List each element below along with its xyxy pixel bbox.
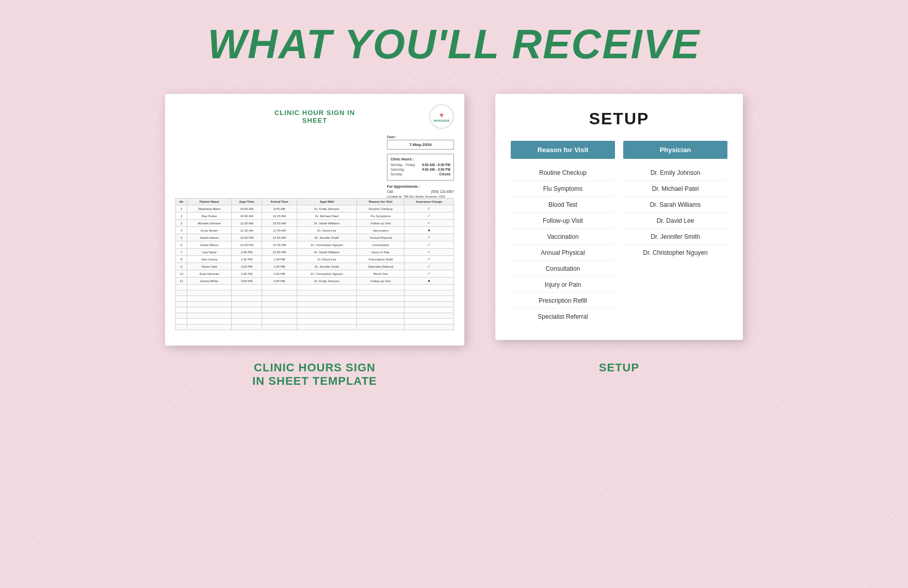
table-cell: Annual Physical bbox=[357, 234, 404, 241]
table-cell: Specialist Referral bbox=[357, 263, 404, 270]
hours-day-2: Saturday: bbox=[391, 168, 405, 171]
table-row: 11Emma White3:00 PM3:05 PMDr. Emily John… bbox=[176, 277, 454, 285]
left-card: CLINIC HOUR SIGN IN SHEET ♥ WARDIERE Dat… bbox=[165, 94, 464, 346]
table-cell: Alex Garcia bbox=[187, 256, 232, 263]
table-cell: 6 bbox=[176, 241, 187, 249]
table-cell: 1 bbox=[176, 205, 187, 213]
setup-title: SETUP bbox=[511, 109, 727, 128]
table-row: 10Ryan Martinez2:30 PM2:30 PMDr. Christo… bbox=[176, 270, 454, 277]
table-cell: Injury or Pain bbox=[357, 249, 404, 256]
table-cell: Emma White bbox=[187, 277, 232, 285]
table-cell: 1:30 PM bbox=[232, 256, 262, 263]
col-no: No bbox=[176, 199, 187, 205]
table-row-empty bbox=[176, 302, 454, 307]
appointments-section: For Appointments : Call: (555) 123-4567 … bbox=[387, 185, 454, 198]
physicians-list: Dr. Emily JohnsonDr. Michael PatelDr. Sa… bbox=[623, 165, 727, 260]
table-cell: 11 bbox=[176, 277, 187, 285]
table-cell: ✓ bbox=[404, 256, 454, 263]
table-cell: 9 bbox=[176, 263, 187, 270]
hours-time-2: 9:00 AM - 3:00 PM bbox=[422, 168, 450, 171]
table-cell: Dr. Christopher Nguyen bbox=[297, 241, 356, 249]
table-cell: 1:28 PM bbox=[262, 256, 297, 263]
logo: ♥ WARDIERE bbox=[429, 104, 454, 129]
hours-row-2: Saturday: 9:00 AM - 3:00 PM bbox=[391, 168, 450, 171]
table-row: 9Olivia Clark2:00 PM1:55 PMDr. Jennifer … bbox=[176, 263, 454, 270]
table-cell: ✓ bbox=[404, 213, 454, 220]
table-cell: Routine Checkup bbox=[357, 205, 404, 213]
location-value: 789 Elm Street, Anytown, USA bbox=[403, 195, 445, 198]
physician-item: Dr. Emily Johnson bbox=[623, 165, 727, 181]
clinic-hours-box: Clinic Hours : Monday - Friday: 8:00 AM … bbox=[387, 154, 454, 181]
table-cell: Olivia Clark bbox=[187, 263, 232, 270]
table-cell: 2:30 PM bbox=[262, 270, 297, 277]
table-cell: David Wilson bbox=[187, 241, 232, 249]
table-cell: 10:00 AM bbox=[232, 205, 262, 213]
table-row-empty bbox=[176, 296, 454, 302]
table-cell: ✓ bbox=[404, 263, 454, 270]
table-cell: 12:55 PM bbox=[262, 249, 297, 256]
table-cell: Dr. Jennifer Smith bbox=[297, 234, 356, 241]
left-bottom-section: Date: 7-May-2024 Clinic Hours : Monday -… bbox=[175, 135, 454, 335]
table-cell: Dr. Emily Johnson bbox=[297, 205, 356, 213]
table-cell: ✓ bbox=[404, 270, 454, 277]
sheet-title: CLINIC HOUR SIGN IN SHEET bbox=[268, 109, 361, 124]
reason-item: Blood Test bbox=[511, 197, 615, 213]
hours-day-3: Sunday: bbox=[391, 172, 403, 176]
reason-item: Follow-up Visit bbox=[511, 213, 615, 229]
table-cell: Sarah Adams bbox=[187, 234, 232, 241]
reason-item: Annual Physical bbox=[511, 245, 615, 261]
reasons-header: Reason for Visit bbox=[511, 141, 615, 159]
physician-item: Dr. Michael Patel bbox=[623, 181, 727, 197]
table-cell: 12:30 PM bbox=[232, 241, 262, 249]
table-cell: Dr. Michael Patel bbox=[297, 213, 356, 220]
table-row-empty bbox=[176, 324, 454, 330]
table-cell: 4 bbox=[176, 227, 187, 234]
table-cell: Dr. David Lee bbox=[297, 256, 356, 263]
reason-item: Prescription Refill bbox=[511, 293, 615, 309]
table-cell: 8 bbox=[176, 256, 187, 263]
table-cell: 2 bbox=[176, 213, 187, 220]
table-cell: 11:00 AM bbox=[232, 220, 262, 227]
table-cell: Flu Symptoms bbox=[357, 213, 404, 220]
table-cell: Consultation bbox=[357, 241, 404, 249]
sheet-header: CLINIC HOUR SIGN IN SHEET ♥ WARDIERE bbox=[175, 104, 454, 129]
logo-brand: WARDIERE bbox=[434, 119, 450, 122]
table-cell: Dr. Sarah Williams bbox=[297, 220, 356, 227]
table-cell: 1:00 PM bbox=[232, 249, 262, 256]
table-row: 6David Wilson12:30 PM12:25 PMDr. Christo… bbox=[176, 241, 454, 249]
col-patient-name: Patient Name bbox=[187, 199, 232, 205]
physician-item: Dr. David Lee bbox=[623, 213, 727, 229]
sign-in-table: No Patient Name Appt Time Arrival Time A… bbox=[175, 198, 454, 330]
call-label: Call: bbox=[387, 190, 394, 193]
table-cell: ✓ bbox=[404, 205, 454, 213]
table-cell: Stephanie Mann bbox=[187, 205, 232, 213]
setup-col-physicians: Physician Dr. Emily JohnsonDr. Michael P… bbox=[623, 141, 727, 324]
reason-item: Vaccination bbox=[511, 229, 615, 245]
hours-time-3: Closed bbox=[439, 172, 450, 176]
table-row: 3Michael Johnson11:00 AM10:55 AMDr. Sara… bbox=[176, 220, 454, 227]
table-cell: Follow-up Visit bbox=[357, 277, 404, 285]
table-cell: 12:00 PM bbox=[232, 234, 262, 241]
table-row: 8Alex Garcia1:30 PM1:28 PMDr. David LeeP… bbox=[176, 256, 454, 263]
table-header-row: No Patient Name Appt Time Arrival Time A… bbox=[176, 199, 454, 205]
call-value: (555) 123-4567 bbox=[431, 190, 454, 193]
hours-time-1: 8:00 AM - 6:00 PM bbox=[422, 163, 450, 167]
bottom-label-left: CLINIC HOURS SIGNIN SHEET TEMPLATE bbox=[165, 361, 464, 388]
table-cell: Ray Parker bbox=[187, 213, 232, 220]
reason-item: Injury or Pain bbox=[511, 277, 615, 293]
table-cell: Dr. Sarah Williams bbox=[297, 249, 356, 256]
cards-row: CLINIC HOUR SIGN IN SHEET ♥ WARDIERE Dat… bbox=[31, 94, 877, 346]
table-cell: 12:25 PM bbox=[262, 241, 297, 249]
table-cell: 5 bbox=[176, 234, 187, 241]
table-cell: Dr. Jennifer Smith bbox=[297, 263, 356, 270]
col-reason: Reason for Visit bbox=[357, 199, 404, 205]
table-cell: ✓ bbox=[404, 249, 454, 256]
reason-item: Routine Checkup bbox=[511, 165, 615, 181]
location-row: Located at: 789 Elm Street, Anytown, USA bbox=[387, 195, 454, 198]
table-cell: 11:30 AM bbox=[232, 227, 262, 234]
table-row: 5Sarah Adams12:00 PM11:55 AMDr. Jennifer… bbox=[176, 234, 454, 241]
table-row: 1Stephanie Mann10:00 AM9:45 AMDr. Emily … bbox=[176, 205, 454, 213]
table-cell: ● bbox=[404, 277, 454, 285]
table-cell: 1:55 PM bbox=[262, 263, 297, 270]
table-row-empty bbox=[176, 285, 454, 290]
